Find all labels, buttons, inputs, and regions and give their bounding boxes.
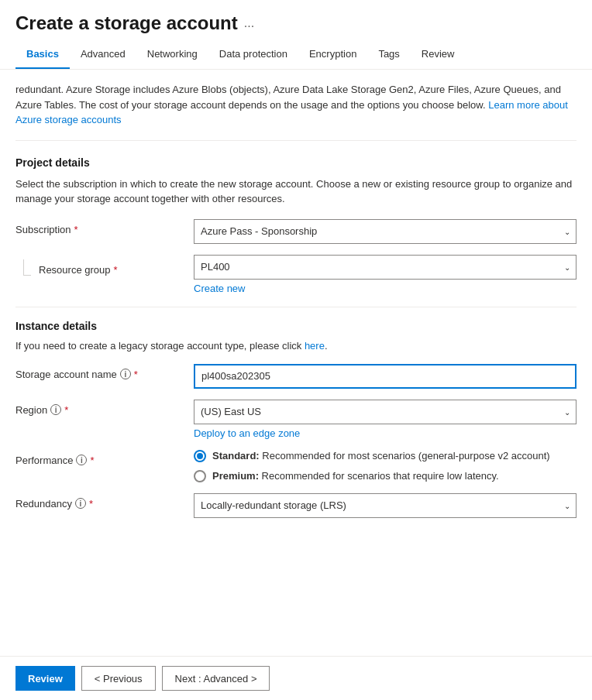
footer: Review < Previous Next : Advanced > [0,656,592,700]
region-select-wrapper: (US) East US(US) West US(US) Central US … [194,400,577,424]
storage-account-name-row: Storage account name i * [15,364,577,389]
next-advanced-button[interactable]: Next : Advanced > [162,666,270,691]
subscription-row: Subscription * Azure Pass - Sponsorship … [15,219,577,244]
storage-account-name-control [194,364,577,389]
storage-name-required: * [134,369,138,380]
redundancy-required: * [89,498,93,510]
page-title: Create a storage account [15,12,238,34]
performance-premium-label: Premium: Recommended for scenarios that … [212,470,499,482]
resource-group-control: PL400 ⌄ Create new [194,255,577,294]
redundancy-select[interactable]: Locally-redundant storage (LRS)Geo-redun… [194,493,577,518]
divider-2 [15,307,577,307]
performance-radio-group: Standard: Recommended for most scenarios… [194,450,577,482]
performance-standard-option[interactable]: Standard: Recommended for most scenarios… [194,450,577,462]
ellipsis-menu-button[interactable]: ... [244,16,254,30]
performance-premium-option[interactable]: Premium: Recommended for scenarios that … [194,470,577,482]
subscription-label: Subscription * [15,219,194,235]
resource-group-select-wrapper: PL400 ⌄ [194,255,577,280]
resource-group-label: Resource group * [15,255,194,276]
instance-details-title: Instance details [15,320,577,332]
region-info-icon[interactable]: i [50,404,61,415]
performance-label: Performance i * [15,450,194,466]
region-row: Region i * (US) East US(US) West US(US) … [15,400,577,439]
subscription-select[interactable]: Azure Pass - Sponsorship [194,219,577,244]
resource-group-row: Resource group * PL400 ⌄ Create new [15,255,577,294]
project-details-description: Select the subscription in which to crea… [15,177,577,207]
performance-control: Standard: Recommended for most scenarios… [194,450,577,482]
performance-standard-label: Standard: Recommended for most scenarios… [212,450,550,462]
redundancy-control: Locally-redundant storage (LRS)Geo-redun… [194,493,577,518]
storage-account-name-label: Storage account name i * [15,364,194,380]
subscription-select-wrapper: Azure Pass - Sponsorship ⌄ [194,219,577,244]
performance-required: * [90,455,94,466]
deploy-edge-zone-link[interactable]: Deploy to an edge zone [194,427,577,439]
performance-row: Performance i * Standard: Recommended fo… [15,450,577,482]
tab-review[interactable]: Review [411,40,466,69]
divider-1 [15,140,577,141]
storage-name-info-icon[interactable]: i [120,369,131,379]
tree-line-v [23,259,24,275]
region-required: * [64,404,68,416]
region-select[interactable]: (US) East US(US) West US(US) Central US [194,400,577,424]
tree-connector [15,259,31,276]
region-label: Region i * [15,400,194,416]
performance-standard-radio[interactable] [194,450,206,462]
tab-tags[interactable]: Tags [367,40,410,69]
tab-navigation: Basics Advanced Networking Data protecti… [0,40,592,70]
redundancy-row: Redundancy i * Locally-redundant storage… [15,493,577,518]
resource-group-required: * [114,264,118,276]
project-details-section: Project details Select the subscription … [15,156,577,294]
tree-line-h [23,275,31,276]
redundancy-label: Redundancy i * [15,493,194,510]
tab-advanced[interactable]: Advanced [70,40,136,69]
redundancy-select-wrapper: Locally-redundant storage (LRS)Geo-redun… [194,493,577,518]
create-new-link[interactable]: Create new [194,283,577,294]
legacy-link[interactable]: here [305,340,325,352]
tab-networking[interactable]: Networking [136,40,208,69]
resource-group-select[interactable]: PL400 [194,255,577,280]
instance-details-section: Instance details If you need to create a… [15,320,577,518]
previous-button[interactable]: < Previous [81,666,156,691]
region-control: (US) East US(US) West US(US) Central US … [194,400,577,439]
storage-account-name-input[interactable] [194,364,577,389]
subscription-control: Azure Pass - Sponsorship ⌄ [194,219,577,244]
tab-encryption[interactable]: Encryption [298,40,367,69]
performance-premium-radio[interactable] [194,470,206,482]
legacy-text: If you need to create a legacy storage a… [15,340,577,352]
review-button[interactable]: Review [15,666,75,691]
tab-data-protection[interactable]: Data protection [208,40,298,69]
redundancy-info-icon[interactable]: i [75,498,86,509]
intro-text: redundant. Azure Storage includes Azure … [15,82,577,128]
performance-info-icon[interactable]: i [76,455,87,465]
project-details-title: Project details [15,156,577,169]
tab-basics[interactable]: Basics [15,40,70,69]
subscription-required: * [74,224,78,235]
